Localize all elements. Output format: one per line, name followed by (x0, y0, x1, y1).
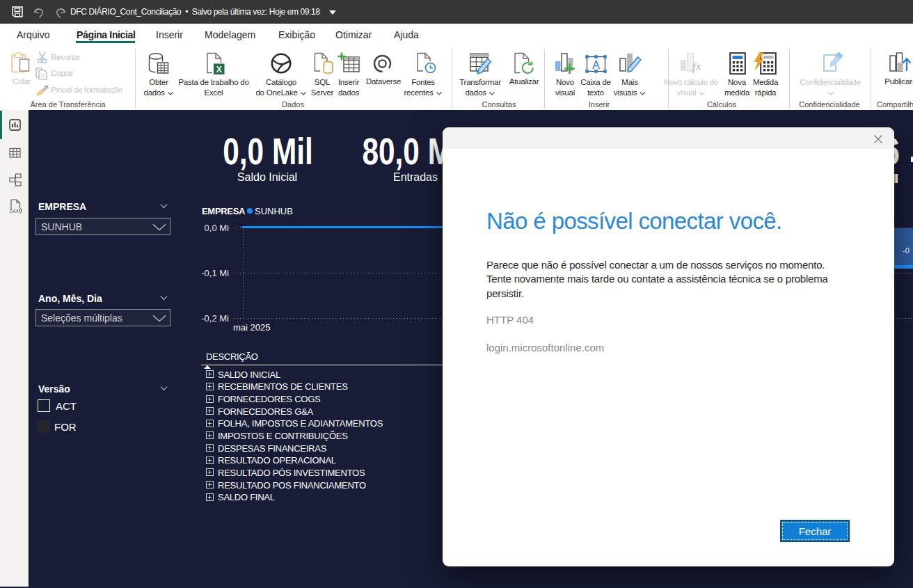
svg-text:A: A (592, 59, 600, 71)
svg-text:DAX: DAX (10, 209, 19, 214)
svg-text:X: X (216, 65, 222, 74)
svg-text:fx: fx (692, 60, 701, 73)
